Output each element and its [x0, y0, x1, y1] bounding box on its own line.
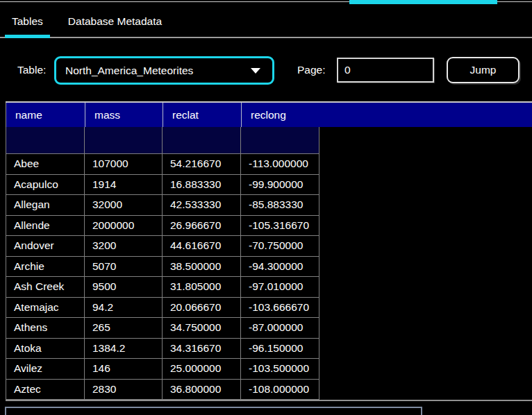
page-label: Page: — [297, 64, 326, 76]
cell-name[interactable]: Athens — [6, 318, 85, 338]
cell-reclong[interactable]: -97.010000 — [241, 277, 319, 297]
cell-reclat[interactable]: 34.316670 — [163, 339, 241, 359]
cell-reclat[interactable]: 20.066670 — [163, 298, 241, 318]
filter-input-mass[interactable] — [85, 127, 163, 153]
cell-name[interactable]: Andover — [6, 236, 85, 256]
cell-reclat[interactable]: 44.616670 — [163, 236, 241, 256]
cell-reclat[interactable]: 31.805000 — [163, 277, 241, 297]
cell-name[interactable]: Allegan — [6, 195, 85, 215]
cell-reclong[interactable]: -99.900000 — [241, 175, 319, 195]
query-output-box[interactable] — [5, 407, 422, 415]
cell-reclat[interactable]: 16.883330 — [163, 175, 241, 195]
cell-reclat[interactable]: 26.966670 — [163, 216, 241, 236]
cell-mass[interactable]: 5070 — [85, 257, 163, 277]
grid-filter-row — [6, 127, 319, 154]
column-header-name[interactable]: name — [6, 103, 85, 127]
cell-reclat[interactable]: 34.750000 — [163, 318, 241, 338]
grid-data-area: Abee10700054.216670-113.000000Acapulco19… — [6, 127, 319, 400]
page-input[interactable] — [337, 58, 434, 83]
cell-reclong[interactable]: -85.883330 — [241, 195, 319, 215]
cell-reclat[interactable]: 25.000000 — [163, 359, 241, 379]
cell-mass[interactable]: 146 — [85, 359, 163, 379]
grid-body: Abee10700054.216670-113.000000Acapulco19… — [6, 154, 319, 400]
cell-reclat[interactable]: 36.800000 — [163, 380, 241, 400]
jump-button[interactable]: Jump — [447, 57, 519, 83]
filter-input-reclong[interactable] — [241, 127, 319, 153]
cell-name[interactable]: Acapulco — [6, 175, 85, 195]
active-parent-tab-indicator — [349, 0, 497, 4]
cell-reclat[interactable]: 42.533330 — [163, 195, 241, 215]
cell-reclong[interactable]: -103.666670 — [241, 298, 319, 318]
cell-reclong[interactable]: -105.316670 — [241, 216, 319, 236]
table-row[interactable]: Aztec283036.800000-108.000000 — [6, 380, 319, 400]
chevron-down-icon — [251, 68, 260, 74]
column-header-reclat[interactable]: reclat — [163, 103, 241, 127]
tab-database-metadata[interactable]: Database Metadata — [61, 6, 169, 37]
filter-input-name[interactable] — [6, 127, 85, 153]
table-label: Table: — [17, 64, 46, 76]
column-header-reclong[interactable]: reclong — [241, 103, 319, 127]
table-select-value: North_America_Meteorites — [65, 65, 193, 77]
table-row[interactable]: Abee10700054.216670-113.000000 — [6, 154, 319, 175]
cell-name[interactable]: Allende — [6, 216, 85, 236]
cell-reclong[interactable]: -108.000000 — [241, 380, 319, 400]
grid-header-row: namemassreclatreclong — [6, 103, 532, 127]
table-row[interactable]: Ash Creek950031.805000-97.010000 — [6, 277, 319, 298]
column-header-mass[interactable]: mass — [85, 103, 163, 127]
cell-reclong[interactable]: -70.750000 — [241, 236, 319, 256]
cell-name[interactable]: Abee — [6, 154, 85, 174]
grid-bottom-border — [6, 400, 532, 401]
cell-reclong[interactable]: -103.500000 — [241, 359, 319, 379]
cell-reclat[interactable]: 54.216670 — [163, 154, 241, 174]
table-row[interactable]: Allegan3200042.533330-85.883330 — [6, 195, 319, 216]
cell-reclat[interactable]: 38.500000 — [163, 257, 241, 277]
cell-name[interactable]: Atemajac — [6, 298, 85, 318]
cell-name[interactable]: Atoka — [6, 339, 85, 359]
cell-reclong[interactable]: -113.000000 — [241, 154, 319, 174]
data-grid: namemassreclatreclong Abee10700054.21667… — [6, 101, 532, 401]
table-row[interactable]: Allende200000026.966670-105.316670 — [6, 216, 319, 237]
tab-strip: Tables Database Metadata — [0, 6, 532, 38]
table-row[interactable]: Archie507038.500000-94.300000 — [6, 257, 319, 278]
cell-reclong[interactable]: -96.150000 — [241, 339, 319, 359]
cell-mass[interactable]: 3200 — [85, 236, 163, 256]
cell-name[interactable]: Archie — [6, 257, 85, 277]
cell-mass[interactable]: 107000 — [85, 154, 163, 174]
cell-reclong[interactable]: -87.000000 — [241, 318, 319, 338]
cell-mass[interactable]: 94.2 — [85, 298, 163, 318]
table-row[interactable]: Atemajac94.220.066670-103.666670 — [6, 298, 319, 319]
table-row[interactable]: Acapulco191416.883330-99.900000 — [6, 175, 319, 196]
table-row[interactable]: Atoka1384.234.316670-96.150000 — [6, 339, 319, 359]
cell-mass[interactable]: 2000000 — [85, 216, 163, 236]
cell-mass[interactable]: 265 — [85, 318, 163, 338]
cell-name[interactable]: Avilez — [6, 359, 85, 379]
cell-reclong[interactable]: -94.300000 — [241, 257, 319, 277]
column-header-filler — [319, 103, 532, 127]
cell-mass[interactable]: 1914 — [85, 175, 163, 195]
tab-tables[interactable]: Tables — [5, 6, 50, 37]
cell-mass[interactable]: 1384.2 — [85, 339, 163, 359]
cell-mass[interactable]: 32000 — [85, 195, 163, 215]
filter-input-reclat[interactable] — [163, 127, 241, 153]
cell-mass[interactable]: 9500 — [85, 277, 163, 297]
table-row[interactable]: Avilez14625.000000-103.500000 — [6, 359, 319, 380]
cell-name[interactable]: Aztec — [6, 380, 85, 400]
cell-mass[interactable]: 2830 — [85, 380, 163, 400]
table-select-dropdown[interactable]: North_America_Meteorites — [54, 56, 274, 85]
table-row[interactable]: Andover320044.616670-70.750000 — [6, 236, 319, 257]
cell-name[interactable]: Ash Creek — [6, 277, 85, 297]
table-row[interactable]: Athens26534.750000-87.000000 — [6, 318, 319, 339]
